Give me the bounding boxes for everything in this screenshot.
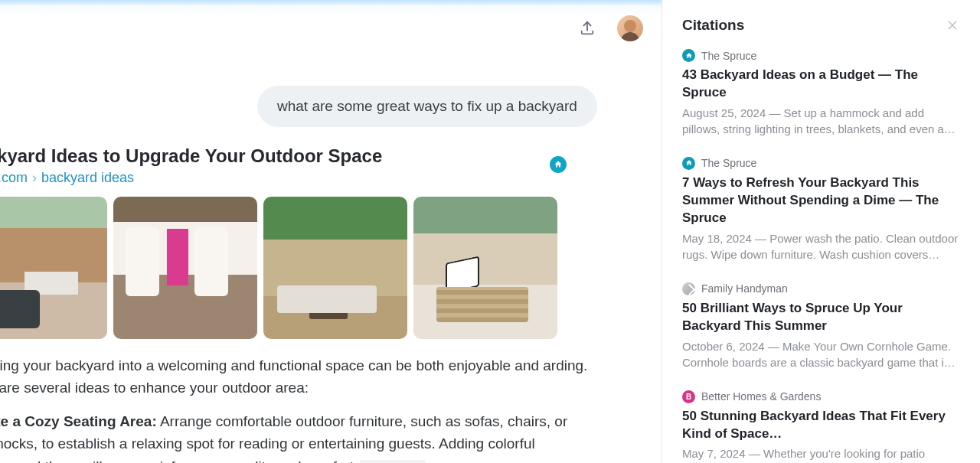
result-path: backyard ideas	[41, 170, 134, 185]
citation-desc: May 7, 2024 — Whether you're looking for…	[682, 445, 960, 461]
result-breadcrumb[interactable]: pruce.com›backyard ideas	[0, 170, 591, 186]
share-button[interactable]	[574, 15, 600, 41]
result-host: pruce.com	[0, 170, 28, 185]
favicon-icon	[682, 49, 695, 62]
citation-item[interactable]: Family Handyman50 Brilliant Ways to Spru…	[682, 282, 960, 370]
citation-source-name: The Spruce	[701, 157, 756, 169]
result-point: Create a Cozy Seating Area: Arrange comf…	[0, 410, 591, 463]
citation-title[interactable]: 7 Ways to Refresh Your Backyard This Sum…	[682, 174, 960, 227]
close-icon	[946, 19, 959, 31]
main-column: what are some great ways to fix up a bac…	[0, 0, 662, 463]
avatar[interactable]	[617, 15, 643, 41]
result-body: sforming your backyard into a welcoming …	[0, 354, 591, 463]
breadcrumb-sep: ›	[32, 170, 37, 185]
favicon-icon	[682, 157, 695, 170]
citation-source-name: Better Homes & Gardens	[701, 390, 821, 403]
citation-source-name: Family Handyman	[701, 282, 788, 295]
close-button[interactable]	[945, 18, 960, 33]
citation-source: BBetter Homes & Gardens	[682, 390, 960, 403]
citations-list: The Spruce43 Backyard Ideas on a Budget …	[662, 44, 980, 463]
citation-title[interactable]: 43 Backyard Ideas on a Budget — The Spru…	[682, 67, 960, 102]
query-pill: what are some great ways to fix up a bac…	[257, 86, 597, 127]
citation-item[interactable]: The Spruce7 Ways to Refresh Your Backyar…	[682, 157, 960, 262]
share-icon	[579, 20, 596, 37]
point-title: Create a Cozy Seating Area:	[0, 413, 157, 429]
result-title[interactable]: Backyard Ideas to Upgrade Your Outdoor S…	[0, 145, 591, 167]
query-text: what are some great ways to fix up a bac…	[277, 98, 577, 114]
top-bar	[574, 15, 643, 41]
result-thumbnails	[0, 197, 591, 339]
thumbnail[interactable]	[0, 197, 107, 339]
citation-item[interactable]: BBetter Homes & Gardens50 Stunning Backy…	[682, 390, 960, 462]
thumbnail[interactable]	[413, 197, 557, 339]
citation-item[interactable]: The Spruce43 Backyard Ideas on a Budget …	[682, 49, 960, 137]
search-result: Backyard Ideas to Upgrade Your Outdoor S…	[0, 145, 591, 463]
citations-panel: Citations The Spruce43 Backyard Ideas on…	[662, 0, 980, 463]
thumbnail[interactable]	[113, 197, 257, 339]
citation-desc: October 6, 2024 — Make Your Own Cornhole…	[682, 338, 960, 370]
citation-source-name: The Spruce	[701, 50, 756, 62]
panel-header: Citations	[662, 0, 980, 44]
panel-title: Citations	[682, 17, 744, 34]
citation-title[interactable]: 50 Stunning Backyard Ideas That Fit Ever…	[682, 408, 960, 443]
favicon-icon	[682, 282, 695, 295]
citation-source: The Spruce	[682, 49, 960, 62]
inline-source-chip[interactable]: THE SPRUCE	[360, 460, 425, 463]
citation-title[interactable]: 50 Brilliant Ways to Spruce Up Your Back…	[682, 300, 960, 335]
source-badge-icon	[550, 156, 567, 173]
favicon-icon: B	[682, 390, 695, 403]
citation-source: The Spruce	[682, 157, 960, 170]
citation-desc: August 25, 2024 — Set up a hammock and a…	[682, 105, 960, 137]
citation-source: Family Handyman	[682, 282, 960, 295]
result-intro: sforming your backyard into a welcoming …	[0, 354, 591, 399]
thumbnail[interactable]	[263, 197, 407, 339]
app-root: what are some great ways to fix up a bac…	[0, 0, 980, 463]
citation-desc: May 18, 2024 — Power wash the patio. Cle…	[682, 230, 960, 262]
